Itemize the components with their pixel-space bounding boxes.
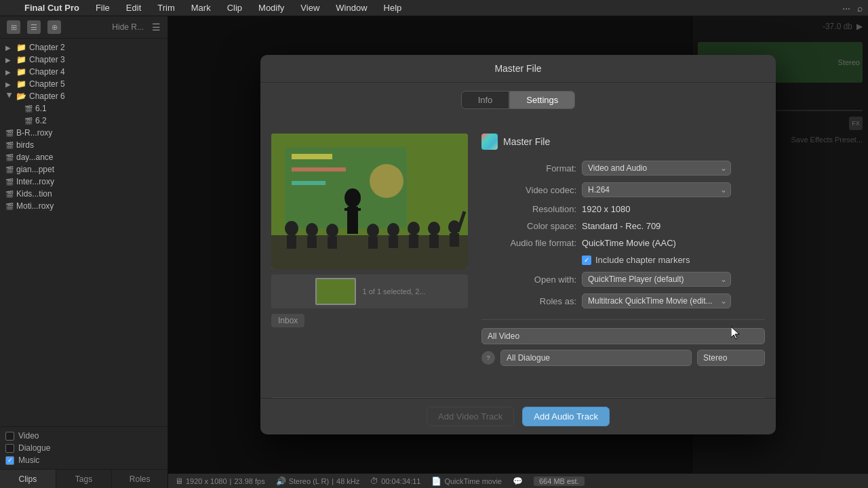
video-track-select-wrapper: All Video Video 1	[481, 328, 765, 344]
status-audio: 🔊 Stereo (L R) | 48 kHz	[276, 476, 360, 486]
video-codec-select[interactable]: H.264 H.265 ProRes 422	[582, 182, 731, 197]
menu-help[interactable]: Help	[381, 3, 405, 13]
tree-label: Chapter 6	[29, 92, 65, 101]
tree-item-6-1[interactable]: 🎬 6.1	[0, 102, 167, 115]
dialog-settings-form: Master File Format: Video and Audio Vide…	[481, 134, 765, 386]
tree-item-chapter3[interactable]: ▶ 📁 Chapter 3	[0, 54, 167, 66]
roles-as-label: Roles as:	[481, 296, 576, 306]
add-audio-track-button[interactable]: Add Audio Track	[522, 407, 610, 426]
roles-as-select[interactable]: Multitrack QuickTime Movie (edit... Sing…	[582, 293, 731, 308]
add-video-track-button[interactable]: Add Video Track	[427, 407, 514, 426]
video-codec-row: Video codec: H.264 H.265 ProRes 422	[481, 182, 765, 197]
status-speech: 💬	[513, 476, 523, 486]
video-track-select[interactable]: All Video Video 1	[481, 328, 765, 344]
tree-item-kids[interactable]: 🎬 Kids...tion	[0, 188, 167, 200]
open-with-select-wrapper: QuickTime Player (default) VLC	[582, 272, 731, 287]
tree-item-chapter5[interactable]: ▶ 📁 Chapter 5	[0, 78, 167, 90]
open-with-select[interactable]: QuickTime Player (default) VLC	[582, 272, 731, 287]
sidebar-icon-2[interactable]: ☰	[27, 20, 41, 34]
audio-track-row: ? All Dialogue All Music	[481, 350, 765, 366]
sidebar-tab-roles[interactable]: Roles	[112, 470, 167, 488]
audio-format-value: QuickTime Movie (AAC)	[582, 238, 676, 248]
sidebar-icon-3[interactable]: ⊕	[47, 20, 61, 34]
checkbox-dialogue[interactable]	[5, 444, 14, 453]
menu-clip[interactable]: Clip	[224, 3, 245, 13]
tree-label: Moti...roxy	[16, 201, 54, 211]
menu-file[interactable]: File	[93, 3, 113, 13]
check-dialogue[interactable]: Dialogue	[5, 442, 162, 454]
dialog-footer: Add Video Track Add Audio Track	[260, 398, 776, 434]
size-badge: 664 MB est.	[534, 476, 585, 486]
menu-view[interactable]: View	[298, 3, 322, 13]
menu-edit[interactable]: Edit	[123, 3, 144, 13]
audio-format-label: Audio file format:	[481, 238, 576, 248]
master-file-label: Master File	[503, 136, 550, 147]
dialog-tab-info[interactable]: Info	[461, 91, 510, 109]
check-label-video: Video	[18, 431, 39, 441]
roles-as-row: Roles as: Multitrack QuickTime Movie (ed…	[481, 293, 765, 308]
sidebar-icon-1[interactable]: ⊞	[7, 20, 20, 34]
master-file-dialog: Master File Info Settings	[260, 55, 776, 434]
open-with-label: Open with:	[481, 274, 576, 285]
chapter-markers-checkbox[interactable]: ✓	[582, 256, 591, 265]
menu-trim[interactable]: Trim	[155, 3, 178, 13]
sidebar: ⊞ ☰ ⊕ Hide R... ☰ ▶ 📁 Chapter 2 ▶ 📁 Chap…	[0, 16, 168, 488]
status-format: 📄 QuickTime movie	[431, 476, 502, 486]
file-icon: 📄	[431, 476, 441, 486]
sidebar-menu-icon[interactable]: ☰	[152, 22, 161, 33]
svg-point-7	[344, 188, 361, 207]
chapter-markers-label: Include chapter markers	[595, 255, 690, 265]
menu-modify[interactable]: Modify	[256, 3, 287, 13]
dialog-body: 1 of 1 selected, 2... Inbox	[260, 123, 776, 397]
dialog-preview: 1 of 1 selected, 2... Inbox	[271, 134, 468, 386]
svg-rect-10	[354, 208, 361, 211]
stereo-select[interactable]: Stereo Mono	[697, 350, 765, 366]
menu-mark[interactable]: Mark	[189, 3, 214, 13]
check-video[interactable]: Video	[5, 430, 162, 442]
format-select[interactable]: Video and Audio Video Only Audio Only	[582, 161, 731, 176]
video-track-row: All Video Video 1	[481, 328, 765, 344]
check-music[interactable]: ✓ Music	[5, 454, 162, 466]
inbox-area: Inbox	[271, 314, 468, 327]
sidebar-toolbar: ⊞ ☰ ⊕	[7, 20, 61, 34]
folder-icon: 📁	[16, 43, 26, 52]
status-screen-icon: 🖥 1920 x 1080 | 23.98 fps	[175, 476, 265, 486]
tree-item-day[interactable]: 🎬 day...ance	[0, 151, 167, 163]
folder-icon: 📁	[16, 55, 26, 64]
tree-item-chapter6[interactable]: ▶ 📂 Chapter 6	[0, 90, 167, 102]
tree-item-chapter2[interactable]: ▶ 📁 Chapter 2	[0, 41, 167, 54]
clip-icon: 🎬	[5, 166, 14, 174]
audio-track-select[interactable]: All Dialogue All Music	[500, 350, 692, 366]
search-icon[interactable]: ⌕	[857, 3, 863, 14]
status-resolution: 1920 x 1080	[186, 477, 227, 485]
hide-r-button[interactable]: Hide R...	[112, 22, 144, 32]
checkbox-video[interactable]	[5, 432, 14, 441]
checkbox-music[interactable]: ✓	[5, 456, 14, 465]
svg-point-23	[428, 222, 440, 235]
dialog-tabs: Info Settings	[461, 91, 576, 109]
sidebar-top: ⊞ ☰ ⊕ Hide R... ☰	[0, 16, 167, 39]
inbox-label[interactable]: Inbox	[271, 314, 304, 327]
menu-window[interactable]: Window	[333, 3, 370, 13]
tree-item-inter[interactable]: 🎬 Inter...roxy	[0, 176, 167, 188]
audio-track-select-wrapper: All Dialogue All Music	[500, 350, 692, 366]
more-icon[interactable]: ···	[842, 3, 850, 14]
svg-rect-22	[409, 235, 418, 248]
sidebar-tab-clips[interactable]: Clips	[0, 470, 56, 488]
format-select-wrapper: Video and Audio Video Only Audio Only	[582, 161, 731, 176]
tree-item-chapter4[interactable]: ▶ 📁 Chapter 4	[0, 66, 167, 78]
menu-fcp[interactable]: Final Cut Pro	[22, 3, 82, 13]
tree-item-br[interactable]: 🎬 B-R...roxy	[0, 127, 167, 139]
resolution-label: Resolution:	[481, 204, 576, 214]
svg-rect-18	[368, 237, 378, 249]
tree-item-birds[interactable]: 🎬 birds	[0, 139, 167, 151]
clip-icon: 🎬	[5, 142, 14, 149]
tree-item-gian[interactable]: 🎬 gian...ppet	[0, 163, 167, 176]
tree-item-moti[interactable]: 🎬 Moti...roxy	[0, 200, 167, 212]
status-fps: 23.98 fps	[234, 477, 264, 485]
sidebar-tab-tags[interactable]: Tags	[56, 470, 113, 488]
tree-label: B-R...roxy	[16, 128, 52, 138]
dialog-tab-settings[interactable]: Settings	[509, 91, 575, 109]
tree-item-6-2[interactable]: 🎬 6.2	[0, 115, 167, 127]
tree-label: 6.2	[35, 116, 47, 125]
